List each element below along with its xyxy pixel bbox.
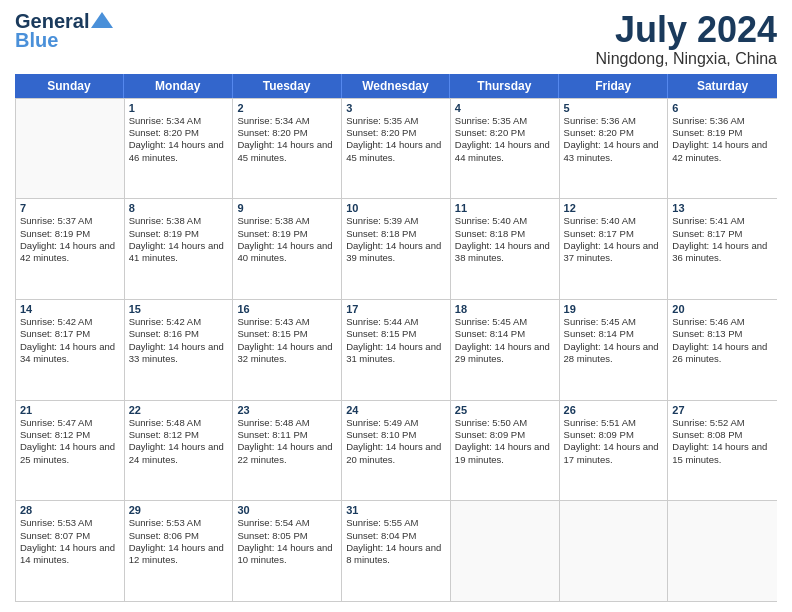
sunset-text: Sunset: 8:19 PM [672, 127, 773, 139]
daylight-text: Daylight: 14 hours and 32 minutes. [237, 341, 337, 366]
calendar-cell: 18Sunrise: 5:45 AMSunset: 8:14 PMDayligh… [451, 300, 560, 400]
sunrise-text: Sunrise: 5:45 AM [455, 316, 555, 328]
calendar-cell: 4Sunrise: 5:35 AMSunset: 8:20 PMDaylight… [451, 99, 560, 199]
calendar-cell [668, 501, 777, 601]
calendar-cell: 16Sunrise: 5:43 AMSunset: 8:15 PMDayligh… [233, 300, 342, 400]
daylight-text: Daylight: 14 hours and 25 minutes. [20, 441, 120, 466]
sunrise-text: Sunrise: 5:51 AM [564, 417, 664, 429]
calendar-cell: 19Sunrise: 5:45 AMSunset: 8:14 PMDayligh… [560, 300, 669, 400]
daylight-text: Daylight: 14 hours and 14 minutes. [20, 542, 120, 567]
calendar-cell: 25Sunrise: 5:50 AMSunset: 8:09 PMDayligh… [451, 401, 560, 501]
calendar-cell: 31Sunrise: 5:55 AMSunset: 8:04 PMDayligh… [342, 501, 451, 601]
day-number: 24 [346, 404, 446, 416]
sunrise-text: Sunrise: 5:41 AM [672, 215, 773, 227]
calendar-header: Sunday Monday Tuesday Wednesday Thursday… [15, 74, 777, 98]
sunset-text: Sunset: 8:09 PM [564, 429, 664, 441]
sunrise-text: Sunrise: 5:47 AM [20, 417, 120, 429]
day-number: 4 [455, 102, 555, 114]
sunrise-text: Sunrise: 5:40 AM [564, 215, 664, 227]
daylight-text: Daylight: 14 hours and 10 minutes. [237, 542, 337, 567]
day-number: 17 [346, 303, 446, 315]
sunset-text: Sunset: 8:11 PM [237, 429, 337, 441]
sunset-text: Sunset: 8:19 PM [129, 228, 229, 240]
daylight-text: Daylight: 14 hours and 43 minutes. [564, 139, 664, 164]
daylight-text: Daylight: 14 hours and 20 minutes. [346, 441, 446, 466]
day-number: 3 [346, 102, 446, 114]
calendar-cell: 27Sunrise: 5:52 AMSunset: 8:08 PMDayligh… [668, 401, 777, 501]
calendar-cell: 23Sunrise: 5:48 AMSunset: 8:11 PMDayligh… [233, 401, 342, 501]
sunset-text: Sunset: 8:15 PM [346, 328, 446, 340]
header-tuesday: Tuesday [233, 74, 342, 98]
sunset-text: Sunset: 8:12 PM [20, 429, 120, 441]
daylight-text: Daylight: 14 hours and 46 minutes. [129, 139, 229, 164]
daylight-text: Daylight: 14 hours and 26 minutes. [672, 341, 773, 366]
sunset-text: Sunset: 8:17 PM [20, 328, 120, 340]
sunrise-text: Sunrise: 5:39 AM [346, 215, 446, 227]
daylight-text: Daylight: 14 hours and 28 minutes. [564, 341, 664, 366]
day-number: 14 [20, 303, 120, 315]
daylight-text: Daylight: 14 hours and 45 minutes. [237, 139, 337, 164]
sunrise-text: Sunrise: 5:44 AM [346, 316, 446, 328]
calendar-row-4: 21Sunrise: 5:47 AMSunset: 8:12 PMDayligh… [16, 401, 777, 502]
sunset-text: Sunset: 8:20 PM [564, 127, 664, 139]
sunrise-text: Sunrise: 5:40 AM [455, 215, 555, 227]
sunrise-text: Sunrise: 5:54 AM [237, 517, 337, 529]
daylight-text: Daylight: 14 hours and 8 minutes. [346, 542, 446, 567]
daylight-text: Daylight: 14 hours and 39 minutes. [346, 240, 446, 265]
calendar-cell: 7Sunrise: 5:37 AMSunset: 8:19 PMDaylight… [16, 199, 125, 299]
header-monday: Monday [124, 74, 233, 98]
daylight-text: Daylight: 14 hours and 12 minutes. [129, 542, 229, 567]
daylight-text: Daylight: 14 hours and 44 minutes. [455, 139, 555, 164]
day-number: 2 [237, 102, 337, 114]
sunrise-text: Sunrise: 5:53 AM [129, 517, 229, 529]
sunset-text: Sunset: 8:10 PM [346, 429, 446, 441]
calendar-cell: 22Sunrise: 5:48 AMSunset: 8:12 PMDayligh… [125, 401, 234, 501]
sunrise-text: Sunrise: 5:42 AM [20, 316, 120, 328]
sunset-text: Sunset: 8:17 PM [672, 228, 773, 240]
sunrise-text: Sunrise: 5:36 AM [672, 115, 773, 127]
sunset-text: Sunset: 8:18 PM [346, 228, 446, 240]
calendar-cell: 29Sunrise: 5:53 AMSunset: 8:06 PMDayligh… [125, 501, 234, 601]
calendar-cell: 21Sunrise: 5:47 AMSunset: 8:12 PMDayligh… [16, 401, 125, 501]
calendar-cell: 30Sunrise: 5:54 AMSunset: 8:05 PMDayligh… [233, 501, 342, 601]
daylight-text: Daylight: 14 hours and 36 minutes. [672, 240, 773, 265]
daylight-text: Daylight: 14 hours and 40 minutes. [237, 240, 337, 265]
daylight-text: Daylight: 14 hours and 37 minutes. [564, 240, 664, 265]
calendar-cell: 2Sunrise: 5:34 AMSunset: 8:20 PMDaylight… [233, 99, 342, 199]
daylight-text: Daylight: 14 hours and 34 minutes. [20, 341, 120, 366]
sunset-text: Sunset: 8:13 PM [672, 328, 773, 340]
sunset-text: Sunset: 8:09 PM [455, 429, 555, 441]
sunset-text: Sunset: 8:15 PM [237, 328, 337, 340]
daylight-text: Daylight: 14 hours and 38 minutes. [455, 240, 555, 265]
sunrise-text: Sunrise: 5:55 AM [346, 517, 446, 529]
day-number: 27 [672, 404, 773, 416]
calendar-cell: 24Sunrise: 5:49 AMSunset: 8:10 PMDayligh… [342, 401, 451, 501]
calendar-cell [16, 99, 125, 199]
calendar-cell: 17Sunrise: 5:44 AMSunset: 8:15 PMDayligh… [342, 300, 451, 400]
calendar-cell: 11Sunrise: 5:40 AMSunset: 8:18 PMDayligh… [451, 199, 560, 299]
sunset-text: Sunset: 8:20 PM [237, 127, 337, 139]
calendar-cell: 10Sunrise: 5:39 AMSunset: 8:18 PMDayligh… [342, 199, 451, 299]
calendar-row-5: 28Sunrise: 5:53 AMSunset: 8:07 PMDayligh… [16, 501, 777, 602]
day-number: 23 [237, 404, 337, 416]
day-number: 9 [237, 202, 337, 214]
calendar-row-3: 14Sunrise: 5:42 AMSunset: 8:17 PMDayligh… [16, 300, 777, 401]
day-number: 18 [455, 303, 555, 315]
sunrise-text: Sunrise: 5:45 AM [564, 316, 664, 328]
calendar-cell: 5Sunrise: 5:36 AMSunset: 8:20 PMDaylight… [560, 99, 669, 199]
sunset-text: Sunset: 8:14 PM [455, 328, 555, 340]
header-thursday: Thursday [450, 74, 559, 98]
day-number: 6 [672, 102, 773, 114]
sunrise-text: Sunrise: 5:34 AM [129, 115, 229, 127]
day-number: 21 [20, 404, 120, 416]
daylight-text: Daylight: 14 hours and 31 minutes. [346, 341, 446, 366]
calendar-cell: 14Sunrise: 5:42 AMSunset: 8:17 PMDayligh… [16, 300, 125, 400]
calendar-cell: 20Sunrise: 5:46 AMSunset: 8:13 PMDayligh… [668, 300, 777, 400]
sunset-text: Sunset: 8:06 PM [129, 530, 229, 542]
main-title: July 2024 [596, 10, 777, 50]
calendar-cell: 8Sunrise: 5:38 AMSunset: 8:19 PMDaylight… [125, 199, 234, 299]
sunrise-text: Sunrise: 5:38 AM [237, 215, 337, 227]
daylight-text: Daylight: 14 hours and 15 minutes. [672, 441, 773, 466]
day-number: 7 [20, 202, 120, 214]
daylight-text: Daylight: 14 hours and 19 minutes. [455, 441, 555, 466]
